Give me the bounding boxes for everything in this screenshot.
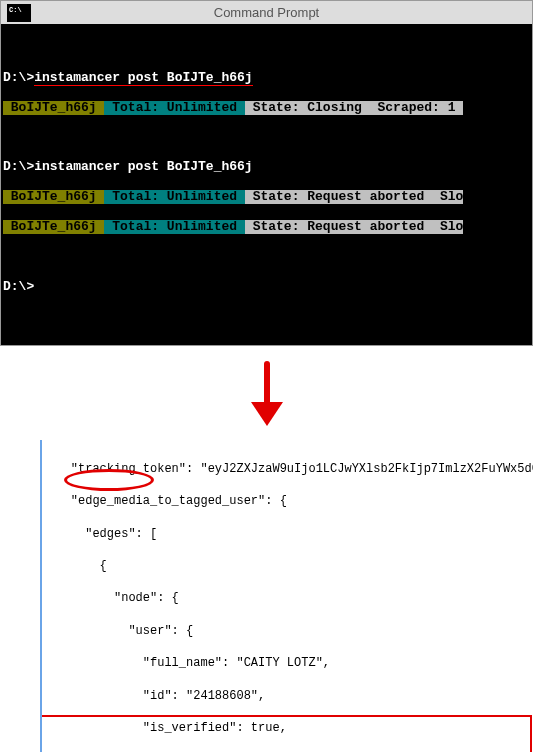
command-prompt-window: C:\ Command Prompt D:\>instamancer post … (0, 0, 533, 346)
json-line: "edges": [ (42, 526, 533, 542)
json-line: "tracking_token": "eyJ2ZXJzaW9uIjo1LCJwY… (42, 461, 533, 477)
json-line: "id": "24188608", (42, 688, 533, 704)
cmd-prompt-line-1: D:\>instamancer post BoIJTe_h66j (3, 71, 530, 86)
cmd-blank-line (3, 250, 530, 265)
cmd-total-label: Total: (104, 190, 159, 204)
cmd-titlebar: C:\ Command Prompt (1, 1, 532, 24)
cmd-post-id: BoIJTe_h66j (3, 101, 104, 115)
cmd-total-label: Total: (104, 220, 159, 234)
cmd-post-id: BoIJTe_h66j (3, 190, 104, 204)
cmd-status-line-1: BoIJTe_h66j Total: Unlimited State: Clos… (3, 101, 530, 116)
cmd-post-id: BoIJTe_h66j (3, 220, 104, 234)
json-line: "full_name": "CAITY LOTZ", (42, 655, 533, 671)
cmd-prompt-line-2: D:\>instamancer post BoIJTe_h66j (3, 160, 530, 175)
cmd-output[interactable]: D:\>instamancer post BoIJTe_h66j BoIJTe_… (1, 24, 532, 345)
cmd-total-value: Unlimited (159, 190, 245, 204)
json-line: "node": { (42, 590, 533, 606)
json-line: "user": { (42, 623, 533, 639)
cmd-total-label: Total: (104, 101, 159, 115)
cmd-title: Command Prompt (214, 5, 319, 20)
arrow-annotation (0, 346, 533, 440)
cmd-state: State: Request aborted Slo (245, 220, 463, 234)
cmd-icon-label: C:\ (9, 6, 22, 14)
cmd-state: State: Closing Scraped: 1 (245, 101, 463, 115)
cmd-blank-line (3, 41, 530, 56)
json-line: "edge_media_to_tagged_user": { (42, 493, 533, 509)
cmd-total-value: Unlimited (159, 220, 245, 234)
cmd-state: State: Request aborted Slo (245, 190, 463, 204)
cmd-command-text: instamancer post BoIJTe_h66j (34, 71, 252, 86)
json-line: "is_verified": true, (42, 720, 533, 736)
cmd-status-line-3: BoIJTe_h66j Total: Unlimited State: Requ… (3, 220, 530, 235)
cmd-icon: C:\ (7, 4, 31, 22)
cmd-blank-line (3, 131, 530, 146)
cmd-prompt-prefix: D:\> (3, 71, 34, 85)
json-line: { (42, 558, 533, 574)
cmd-total-value: Unlimited (159, 101, 245, 115)
json-output: "tracking_token": "eyJ2ZXJzaW9uIjo1LCJwY… (40, 440, 533, 752)
cmd-prompt-line-3: D:\> (3, 280, 530, 295)
cmd-status-line-2: BoIJTe_h66j Total: Unlimited State: Requ… (3, 190, 530, 205)
down-arrow-icon (247, 361, 287, 426)
